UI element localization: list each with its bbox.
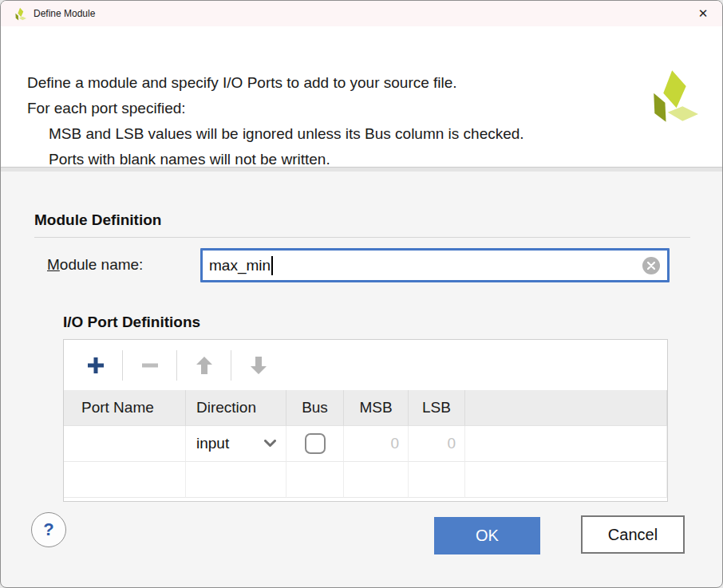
direction-cell-empty bbox=[186, 462, 286, 498]
description-line: Define a module and specify I/O Ports to… bbox=[27, 74, 457, 92]
panel-divider bbox=[1, 167, 722, 172]
description-line: Ports with blank names will not be writt… bbox=[49, 151, 330, 168]
plus-icon bbox=[86, 356, 105, 375]
msb-cell-empty bbox=[344, 462, 409, 498]
window-title: Define Module bbox=[34, 8, 95, 19]
minus-icon bbox=[141, 357, 159, 374]
ok-button[interactable]: OK bbox=[434, 517, 540, 554]
port-name-cell[interactable] bbox=[64, 462, 186, 498]
x-icon bbox=[647, 262, 655, 270]
column-header-direction[interactable]: Direction bbox=[186, 390, 286, 426]
lsb-cell-empty bbox=[409, 462, 465, 498]
column-header-bus[interactable]: Bus bbox=[286, 390, 344, 426]
cancel-button[interactable]: Cancel bbox=[581, 515, 685, 554]
module-name-label: Module name: bbox=[47, 256, 143, 274]
msb-cell: 0 bbox=[344, 426, 409, 462]
title-bar[interactable]: Define Module ✕ bbox=[1, 1, 722, 26]
filler-cell bbox=[465, 462, 667, 498]
module-name-label-accel: M bbox=[47, 256, 60, 273]
module-name-value: max_min bbox=[209, 257, 271, 274]
text-caret bbox=[271, 256, 273, 275]
column-header-lsb[interactable]: LSB bbox=[409, 390, 465, 426]
direction-select[interactable]: input bbox=[186, 426, 286, 462]
define-module-dialog: Define Module ✕ Define a module and spec… bbox=[0, 0, 723, 588]
module-name-input[interactable]: max_min bbox=[200, 248, 670, 282]
arrow-up-icon bbox=[196, 356, 213, 375]
move-up-button bbox=[187, 348, 222, 383]
chevron-down-icon bbox=[264, 440, 276, 448]
arrow-down-icon bbox=[250, 356, 267, 375]
help-button[interactable]: ? bbox=[31, 512, 66, 547]
bus-checkbox[interactable] bbox=[305, 433, 326, 454]
io-port-definitions-heading: I/O Port Definitions bbox=[63, 314, 200, 331]
remove-port-button bbox=[132, 348, 168, 383]
io-port-table: Port Name Direction Bus MSB LSB input 0 … bbox=[63, 339, 668, 502]
column-header-msb[interactable]: MSB bbox=[344, 390, 409, 426]
clear-input-icon[interactable] bbox=[642, 257, 660, 274]
vivado-logo bbox=[642, 68, 698, 124]
column-header-filler bbox=[465, 390, 667, 426]
filler-cell bbox=[465, 426, 667, 462]
column-header-port-name[interactable]: Port Name bbox=[64, 390, 186, 426]
vivado-app-icon bbox=[13, 7, 26, 21]
add-port-button[interactable] bbox=[78, 348, 113, 383]
lsb-cell: 0 bbox=[409, 426, 465, 462]
module-name-label-rest: odule name: bbox=[60, 256, 144, 273]
table-toolbar bbox=[64, 340, 667, 390]
module-definition-heading: Module Definition bbox=[34, 211, 161, 229]
direction-value: input bbox=[196, 435, 229, 452]
bus-cell-empty bbox=[286, 462, 344, 498]
port-name-cell[interactable] bbox=[64, 426, 186, 462]
section-rule bbox=[34, 237, 690, 238]
close-button[interactable]: ✕ bbox=[689, 2, 717, 26]
move-down-button bbox=[241, 348, 276, 383]
port-grid: Port Name Direction Bus MSB LSB input 0 … bbox=[64, 390, 667, 501]
description-panel: Define a module and specify I/O Ports to… bbox=[1, 26, 722, 167]
bus-cell[interactable] bbox=[286, 426, 344, 462]
description-line: MSB and LSB values will be ignored unles… bbox=[49, 125, 524, 143]
description-line: For each port specified: bbox=[27, 100, 186, 117]
